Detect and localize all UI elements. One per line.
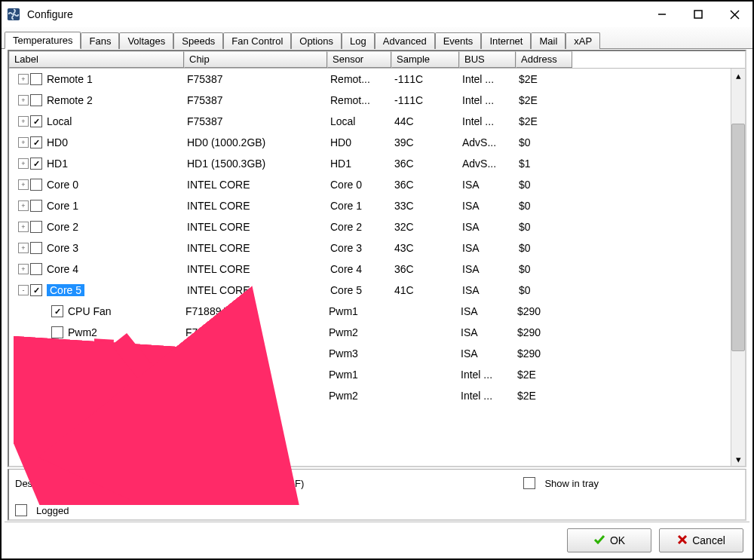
expand-icon[interactable]: +: [18, 264, 29, 274]
table-row[interactable]: Pwm2387Pwm2Intel ...$2E: [9, 385, 731, 406]
warning-input[interactable]: [216, 475, 246, 491]
row-checkbox[interactable]: [51, 305, 63, 317]
row-checkbox[interactable]: [30, 158, 42, 170]
cell-bus: AdvS...: [462, 136, 519, 148]
cell-chip: INTEL CORE: [187, 242, 330, 254]
expand-icon[interactable]: +: [18, 200, 29, 211]
table-row[interactable]: +LocalF75387Local44CIntel ...$2E: [9, 111, 731, 132]
col-sensor[interactable]: Sensor: [327, 51, 391, 68]
row-checkbox[interactable]: [51, 326, 63, 338]
table-row[interactable]: +Core 0INTEL CORECore 036CISA$0: [9, 174, 731, 195]
cell-sensor: Pwm1: [329, 305, 393, 317]
titlebar: Configure: [2, 2, 752, 27]
col-bus[interactable]: BUS: [459, 51, 516, 68]
table-row[interactable]: Pwm1F75387Pwm1Intel ...$2E: [9, 364, 731, 385]
table-row[interactable]: +Core 3INTEL CORECore 343CISA$0: [9, 237, 731, 259]
expand-icon[interactable]: +: [18, 243, 29, 253]
row-checkbox[interactable]: [30, 221, 42, 233]
table-row[interactable]: +HD1HD1 (1500.3GB)HD136CAdvS...$1: [9, 153, 731, 174]
cell-chip: HD0 (1000.2GB): [187, 136, 330, 148]
col-chip[interactable]: Chip: [184, 51, 327, 68]
row-checkbox[interactable]: [30, 242, 42, 254]
table-row[interactable]: +HD0HD0 (1000.2GB)HD039CAdvS...$0: [9, 132, 731, 153]
row-checkbox[interactable]: [30, 73, 42, 85]
row-checkbox[interactable]: [30, 115, 42, 127]
cell-bus: ISA: [461, 326, 517, 338]
desired-spinner[interactable]: ▲▼: [54, 474, 100, 492]
expand-icon[interactable]: +: [18, 95, 29, 106]
rows-viewport[interactable]: +Remote 1F75387Remot...-111CIntel ...$2E…: [9, 69, 731, 466]
row-checkbox[interactable]: [51, 369, 63, 381]
vertical-scrollbar[interactable]: ▴ ▾: [731, 69, 745, 466]
cancel-button[interactable]: Cancel: [659, 528, 743, 552]
tab-events[interactable]: Events: [435, 32, 482, 49]
cell-sensor: Pwm1: [329, 369, 393, 381]
expand-icon[interactable]: +: [18, 222, 29, 232]
row-label: Pwm2: [68, 326, 185, 338]
col-sample[interactable]: Sample: [391, 51, 459, 68]
ok-button[interactable]: OK: [567, 528, 651, 552]
row-checkbox[interactable]: [30, 179, 42, 191]
minimize-button[interactable]: [644, 2, 680, 27]
tab-voltages[interactable]: Voltages: [119, 32, 173, 49]
collapse-icon[interactable]: -: [18, 285, 29, 295]
spin-up-icon[interactable]: ▲: [247, 475, 260, 483]
tab-mail[interactable]: Mail: [531, 32, 566, 49]
row-checkbox[interactable]: [51, 390, 63, 402]
table-row[interactable]: Pwm2F71889APwm2ISA$290: [9, 322, 731, 343]
col-address[interactable]: Address: [516, 51, 572, 68]
spin-up-icon[interactable]: ▲: [85, 475, 99, 483]
col-label[interactable]: Label: [9, 51, 184, 68]
spin-down-icon[interactable]: ▼: [247, 483, 260, 491]
tab-internet[interactable]: Internet: [481, 32, 531, 49]
tab-log[interactable]: Log: [342, 32, 375, 49]
row-label: HD1: [47, 158, 187, 170]
desired-label: Desired: [15, 478, 49, 489]
logged-checkbox[interactable]: [15, 504, 27, 516]
table-row[interactable]: +Core 4INTEL CORECore 436CISA$0: [9, 259, 731, 280]
tab-speeds[interactable]: Speeds: [173, 32, 223, 49]
table-row[interactable]: -Core 5INTEL CORECore 541CISA$0: [9, 280, 731, 301]
scroll-thumb[interactable]: [731, 124, 745, 351]
desired-input[interactable]: [54, 475, 84, 491]
cell-chip: HD1 (1500.3GB): [187, 158, 330, 170]
expand-icon[interactable]: +: [18, 179, 29, 190]
expand-icon[interactable]: +: [18, 158, 29, 169]
cell-sample: 44C: [394, 115, 462, 127]
row-checkbox[interactable]: [30, 263, 42, 275]
table-row[interactable]: +Remote 1F75387Remot...-111CIntel ...$2E: [9, 69, 731, 90]
tab-xap[interactable]: xAP: [566, 32, 600, 49]
table-row[interactable]: +Remote 2F75387Remot...-111CIntel ...$2E: [9, 90, 731, 111]
row-checkbox[interactable]: [30, 284, 42, 296]
tab-fans[interactable]: Fans: [81, 32, 119, 49]
row-checkbox[interactable]: [51, 347, 63, 360]
scroll-down-icon[interactable]: ▾: [731, 452, 745, 466]
close-button[interactable]: [716, 2, 752, 27]
table-row[interactable]: +Core 2INTEL CORECore 232CISA$0: [9, 216, 731, 237]
tab-advanced[interactable]: Advanced: [375, 32, 435, 49]
cell-sensor: Pwm2: [329, 326, 393, 338]
warning-spinner[interactable]: ▲▼: [215, 474, 261, 492]
table-row[interactable]: +Core 1INTEL CORECore 133CISA$0: [9, 195, 731, 216]
x-icon: [677, 534, 688, 547]
row-checkbox[interactable]: [30, 200, 42, 212]
cell-chip: INTEL CORE: [187, 200, 330, 212]
table-row[interactable]: CPU FanF71889APwm1ISA$290: [9, 301, 731, 322]
cell-sample: -111C: [394, 73, 462, 85]
expand-icon[interactable]: +: [18, 116, 29, 127]
spin-down-icon[interactable]: ▼: [85, 483, 99, 491]
tab-temperatures[interactable]: Temperatures: [5, 32, 81, 49]
table-row[interactable]: Pwm3F71889APwm3ISA$290: [9, 343, 731, 364]
maximize-button[interactable]: [680, 2, 716, 27]
show-in-tray-label: Show in tray: [544, 478, 599, 489]
row-checkbox[interactable]: [30, 94, 42, 106]
row-checkbox[interactable]: [30, 136, 42, 148]
check-icon: [593, 534, 605, 548]
expand-icon[interactable]: +: [18, 137, 29, 148]
show-in-tray-checkbox[interactable]: [523, 477, 535, 489]
tab-fan-control[interactable]: Fan Control: [223, 32, 291, 49]
tab-options[interactable]: Options: [291, 32, 342, 49]
scroll-up-icon[interactable]: ▴: [731, 69, 745, 82]
dialog-buttons: OK Cancel: [567, 528, 743, 552]
expand-icon[interactable]: +: [18, 74, 29, 84]
